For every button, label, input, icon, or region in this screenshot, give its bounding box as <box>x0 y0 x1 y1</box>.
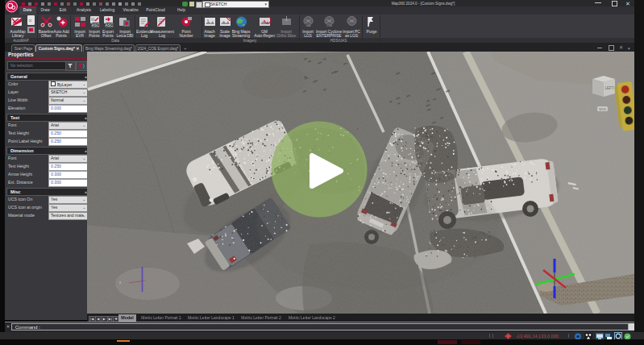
svg-text:ASC: ASC <box>92 23 100 27</box>
svg-text:LGS: LGS <box>306 24 311 27</box>
svg-text:ASC: ASC <box>106 23 114 27</box>
svg-text:x: x <box>119 280 122 285</box>
svg-text:LEFT: LEFT <box>605 86 613 90</box>
svg-text:CYN: CYN <box>327 24 332 27</box>
svg-text:Custom Signs / Top: Custom Signs / Top <box>90 53 123 57</box>
svg-text:WCS: WCS <box>599 108 606 111</box>
